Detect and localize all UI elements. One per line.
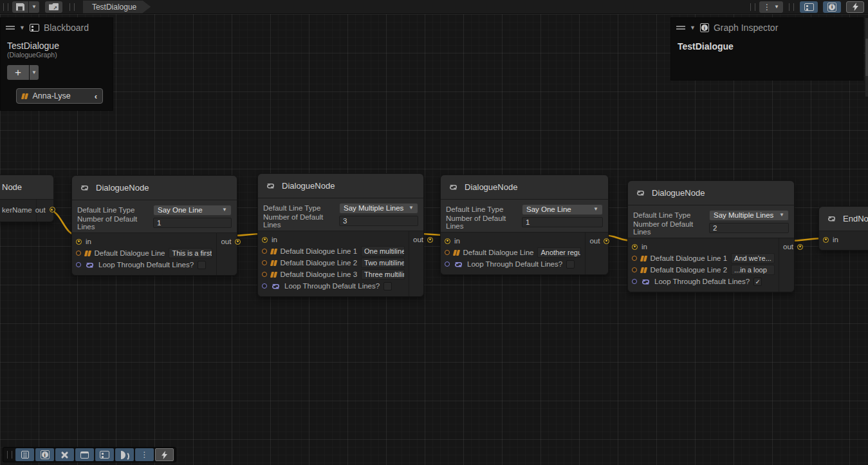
data-port[interactable] (262, 237, 268, 243)
document-lines-icon (21, 451, 29, 459)
input-ports: in (819, 231, 868, 250)
add-variable-options-button[interactable]: ▼ (30, 65, 39, 80)
number-field[interactable]: 2 (709, 223, 789, 233)
blackboard-panel-button[interactable] (95, 448, 114, 461)
number-field[interactable]: 3 (339, 216, 418, 226)
drag-handle-icon[interactable] (676, 26, 685, 30)
enum-dropdown[interactable]: Say Multiple Lines▼ (339, 203, 418, 214)
node-dialoguenode[interactable]: DialogueNodeDefault Line TypeSay Multipl… (627, 180, 795, 292)
node-title-bar[interactable]: DialogueNode (628, 181, 794, 205)
string-field[interactable]: Another regul (537, 247, 581, 258)
node-title-bar[interactable]: DialogueNode (441, 175, 608, 199)
data-port[interactable] (823, 237, 829, 243)
top-toolbar: ▼ TestDialogue ⋮ ▼ i (0, 0, 868, 14)
minimap-panel-button[interactable] (115, 448, 134, 461)
chevron-left-icon[interactable]: ‹ (95, 91, 97, 101)
string-port[interactable] (445, 250, 450, 255)
node-title-bar[interactable]: EndNode (819, 207, 868, 231)
bool-port[interactable] (76, 262, 81, 267)
dialogue-node-icon (827, 214, 836, 223)
input-ports: kerName (0, 200, 36, 222)
bool-port[interactable] (632, 279, 637, 284)
data-port[interactable] (797, 244, 803, 250)
input-ports: inDefault Dialogue Line 1One multilineDe… (258, 231, 409, 296)
blackboard-header[interactable]: ▼ Blackboard (1, 18, 113, 35)
window-panel-button[interactable] (75, 448, 94, 461)
input-ports: inDefault Dialogue LineThis is a firstLo… (72, 233, 216, 275)
enum-dropdown[interactable]: Say One Line▼ (153, 205, 232, 216)
string-port[interactable] (632, 256, 637, 261)
inspector-panel-button[interactable]: i (35, 448, 54, 461)
number-field[interactable]: 1 (522, 217, 603, 227)
save-button[interactable] (12, 1, 28, 13)
string-field[interactable]: Two multiline (361, 258, 405, 268)
string-port[interactable] (76, 251, 81, 256)
input-port-row: Default Dialogue LineAnother regul (445, 247, 581, 258)
bool-port[interactable] (262, 283, 267, 289)
preview-panel-button[interactable] (155, 448, 174, 461)
blackboard-toggle-button[interactable] (800, 1, 818, 13)
save-options-button[interactable]: ▼ (29, 1, 39, 13)
blackboard-variable-row[interactable]: Anna-Lyse ‹ (16, 88, 103, 104)
string-field[interactable]: And we're... (731, 253, 775, 263)
dialogue-node-icon (80, 184, 89, 192)
loop-checkbox[interactable]: ✓ (753, 278, 762, 286)
console-panel-button[interactable] (15, 448, 34, 461)
collapse-triangle-icon[interactable]: ▼ (690, 24, 696, 31)
string-port[interactable] (262, 249, 267, 254)
data-port[interactable] (445, 238, 450, 244)
tools-panel-button[interactable] (55, 448, 74, 461)
data-port[interactable] (50, 207, 55, 213)
toolbar-drag-handle[interactable] (3, 3, 8, 11)
scrollbar[interactable] (865, 18, 868, 97)
loop-checkbox[interactable] (198, 261, 206, 269)
string-field[interactable]: This is a first (169, 248, 212, 258)
string-field[interactable]: One multiline (361, 246, 405, 256)
number-field[interactable]: 1 (153, 218, 232, 228)
preview-toggle-button[interactable] (846, 1, 864, 13)
graph-tab[interactable]: TestDialogue (83, 1, 151, 14)
parameter-row: Number of Default Lines1 (77, 217, 232, 229)
quote-icon (22, 93, 28, 99)
data-port[interactable] (235, 239, 241, 245)
loop-checkbox[interactable] (566, 260, 575, 269)
node-title-bar[interactable]: DialogueNode (72, 176, 237, 200)
data-port[interactable] (76, 239, 82, 245)
blackboard-toggle-icon (100, 451, 109, 459)
node-endnode[interactable]: EndNodein (818, 206, 868, 251)
node-dialoguenode[interactable]: DialogueNodeDefault Line TypeSay One Lin… (71, 175, 237, 276)
drag-handle-icon[interactable] (6, 26, 15, 30)
chevron-down-icon: ▼ (779, 213, 784, 218)
node-title-bar[interactable]: Node (0, 175, 53, 199)
toolbar-drag-handle[interactable] (7, 451, 12, 459)
blackboard-graph-type: (DialogueGraph) (1, 51, 113, 62)
enum-dropdown[interactable]: Say One Line▼ (522, 204, 603, 215)
node-title-bar[interactable]: DialogueNode (258, 174, 423, 198)
options-menu-button[interactable]: ⋮ ▼ (759, 1, 783, 13)
bool-port[interactable] (445, 261, 450, 267)
node-title: DialogueNode (282, 181, 335, 191)
node-dialoguenode[interactable]: DialogueNodeDefault Line TypeSay One Lin… (440, 175, 609, 275)
string-port[interactable] (262, 260, 267, 265)
inspector-toggle-button[interactable]: i (823, 1, 841, 13)
graph-inspector-header[interactable]: ▼ i Graph Inspector (671, 18, 863, 35)
output-ports: out (585, 232, 614, 274)
node-node[interactable]: NodekerNameout (0, 175, 54, 222)
string-field[interactable]: ...in a loop (731, 265, 775, 275)
node-parameters: Default Line TypeSay Multiple Lines▼Numb… (628, 205, 794, 238)
string-field[interactable]: Three multilin (361, 269, 405, 280)
open-asset-button[interactable] (45, 1, 62, 13)
data-port[interactable] (604, 238, 609, 244)
more-options-button[interactable]: ⋮ (135, 448, 154, 461)
enum-dropdown[interactable]: Say Multiple Lines▼ (709, 210, 789, 221)
data-port[interactable] (632, 244, 638, 250)
collapse-triangle-icon[interactable]: ▼ (19, 24, 25, 31)
data-port[interactable] (427, 237, 433, 243)
loop-checkbox[interactable] (383, 282, 392, 290)
window-icon (80, 451, 89, 459)
field-value: 2 (713, 224, 717, 232)
string-port[interactable] (632, 267, 637, 272)
add-variable-button[interactable]: + (7, 65, 29, 80)
node-dialoguenode[interactable]: DialogueNodeDefault Line TypeSay Multipl… (257, 173, 424, 297)
string-port[interactable] (262, 272, 267, 277)
